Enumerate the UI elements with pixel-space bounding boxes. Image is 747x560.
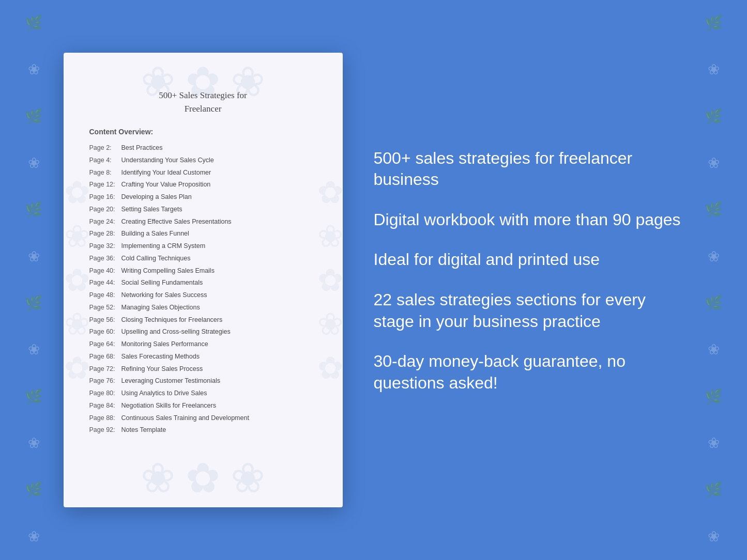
toc-page-number: Page 68: bbox=[89, 351, 121, 363]
toc-page-title: Building a Sales Funnel bbox=[121, 230, 189, 237]
toc-page-title: Managing Sales Objections bbox=[121, 304, 200, 311]
floral-decoration: 🌿 bbox=[705, 483, 723, 497]
toc-page-number: Page 16: bbox=[89, 191, 121, 204]
toc-page-number: Page 56: bbox=[89, 314, 121, 326]
floral-decoration: 🌿 bbox=[25, 390, 43, 404]
toc-page-title: Implementing a CRM System bbox=[121, 242, 206, 250]
floral-decoration: 🌿 bbox=[25, 110, 43, 124]
toc-page-title: Refining Your Sales Process bbox=[121, 365, 203, 372]
toc-page-title: Creating Effective Sales Presentations bbox=[121, 218, 232, 225]
info-text: 30-day money-back guarantee, no question… bbox=[374, 351, 684, 394]
toc-page-number: Page 48: bbox=[89, 289, 121, 302]
toc-page-title: Identifying Your Ideal Customer bbox=[121, 169, 211, 176]
toc-item: Page 8:Identifying Your Ideal Customer bbox=[89, 167, 317, 179]
toc-page-title: Continuous Sales Training and Developmen… bbox=[121, 414, 249, 422]
toc-page-number: Page 80: bbox=[89, 387, 121, 400]
toc-page-title: Cold Calling Techniques bbox=[121, 255, 191, 262]
info-panel: 500+ sales strategies for freelancer bus… bbox=[369, 148, 684, 413]
toc-page-title: Negotiation Skills for Freelancers bbox=[121, 402, 216, 409]
toc-page-number: Page 52: bbox=[89, 302, 121, 314]
info-text: 500+ sales strategies for freelancer bus… bbox=[374, 148, 684, 191]
toc-item: Page 16:Developing a Sales Plan bbox=[89, 191, 317, 204]
toc-page-number: Page 28: bbox=[89, 228, 121, 240]
floral-decoration: ❀ bbox=[28, 530, 40, 544]
toc-item: Page 84:Negotiation Skills for Freelance… bbox=[89, 400, 317, 412]
toc-page-title: Social Selling Fundamentals bbox=[121, 279, 203, 286]
doc-title: 500+ Sales Strategies for Freelancer bbox=[89, 89, 317, 115]
toc-item: Page 32:Implementing a CRM System bbox=[89, 240, 317, 253]
floral-decoration: ❀ bbox=[708, 530, 720, 544]
toc-page-number: Page 84: bbox=[89, 400, 121, 412]
floral-decoration: 🌿 bbox=[25, 483, 43, 497]
floral-decoration: ❀ bbox=[708, 343, 720, 357]
floral-decoration: 🌿 bbox=[25, 296, 43, 310]
toc-page-number: Page 2: bbox=[89, 142, 121, 154]
toc-page-number: Page 44: bbox=[89, 277, 121, 289]
toc-page-number: Page 40: bbox=[89, 265, 121, 277]
floral-decoration: 🌿 bbox=[705, 296, 723, 310]
toc-item: Page 72:Refining Your Sales Process bbox=[89, 363, 317, 376]
toc-page-number: Page 72: bbox=[89, 363, 121, 376]
document-panel: ❀ ✿ ❀ ❀ ✿ ❀ ✿ ❀ ✿ ❀ ✿ ✿ ❀ ✿ ❀ ✿ 500+ Sal… bbox=[64, 53, 343, 507]
floral-decoration: ❀ bbox=[28, 156, 40, 170]
info-item: Digital workbook with more than 90 pages bbox=[374, 209, 684, 231]
toc-page-number: Page 76: bbox=[89, 375, 121, 387]
toc-item: Page 76:Leveraging Customer Testimonials bbox=[89, 375, 317, 387]
info-text: 22 sales strategies sections for every s… bbox=[374, 289, 684, 332]
toc-item: Page 44:Social Selling Fundamentals bbox=[89, 277, 317, 289]
toc-item: Page 92:Notes Template bbox=[89, 424, 317, 437]
toc-item: Page 24:Creating Effective Sales Present… bbox=[89, 216, 317, 228]
main-layout: ❀ ✿ ❀ ❀ ✿ ❀ ✿ ❀ ✿ ❀ ✿ ✿ ❀ ✿ ❀ ✿ 500+ Sal… bbox=[64, 53, 684, 507]
floral-decoration: ❀ bbox=[708, 63, 720, 77]
floral-decoration: 🌿 bbox=[25, 203, 43, 217]
info-text: Digital workbook with more than 90 pages bbox=[374, 209, 684, 231]
toc-item: Page 20:Setting Sales Targets bbox=[89, 204, 317, 216]
toc-page-number: Page 60: bbox=[89, 326, 121, 338]
toc-list: Page 2:Best PracticesPage 4:Understandin… bbox=[89, 142, 317, 437]
toc-page-title: Using Analytics to Drive Sales bbox=[121, 390, 207, 397]
toc-item: Page 68:Sales Forecasting Methods bbox=[89, 351, 317, 363]
floral-decoration: ❀ bbox=[28, 250, 40, 264]
floral-decoration: 🌿 bbox=[705, 16, 723, 30]
toc-item: Page 64:Monitoring Sales Performance bbox=[89, 338, 317, 351]
toc-page-number: Page 92: bbox=[89, 424, 121, 437]
toc-page-number: Page 12: bbox=[89, 179, 121, 191]
toc-page-number: Page 32: bbox=[89, 240, 121, 253]
floral-decoration: 🌿 bbox=[705, 390, 723, 404]
info-text: Ideal for digital and printed use bbox=[374, 249, 684, 271]
toc-page-number: Page 20: bbox=[89, 204, 121, 216]
toc-item: Page 28:Building a Sales Funnel bbox=[89, 228, 317, 240]
toc-page-title: Sales Forecasting Methods bbox=[121, 353, 200, 360]
toc-item: Page 88:Continuous Sales Training and De… bbox=[89, 412, 317, 425]
floral-decoration: 🌿 bbox=[705, 203, 723, 217]
floral-decoration: ❀ bbox=[708, 250, 720, 264]
toc-item: Page 4:Understanding Your Sales Cycle bbox=[89, 154, 317, 167]
toc-page-title: Developing a Sales Plan bbox=[121, 193, 192, 200]
toc-item: Page 2:Best Practices bbox=[89, 142, 317, 154]
toc-item: Page 12:Crafting Your Value Proposition bbox=[89, 179, 317, 191]
doc-watermark-bottom: ❀ ✿ ❀ bbox=[141, 454, 265, 502]
floral-decoration: ❀ bbox=[708, 436, 720, 450]
toc-item: Page 40:Writing Compelling Sales Emails bbox=[89, 265, 317, 277]
toc-item: Page 48:Networking for Sales Success bbox=[89, 289, 317, 302]
toc-page-title: Setting Sales Targets bbox=[121, 206, 182, 213]
toc-page-title: Closing Techniques for Freelancers bbox=[121, 316, 223, 323]
toc-page-title: Best Practices bbox=[121, 144, 163, 151]
floral-decoration: ❀ bbox=[28, 63, 40, 77]
toc-page-number: Page 24: bbox=[89, 216, 121, 228]
floral-border-left: 🌿 ❀ 🌿 ❀ 🌿 ❀ 🌿 ❀ 🌿 ❀ 🌿 ❀ bbox=[0, 0, 67, 560]
toc-page-number: Page 4: bbox=[89, 154, 121, 167]
info-item: 30-day money-back guarantee, no question… bbox=[374, 351, 684, 394]
floral-decoration: 🌿 bbox=[25, 16, 43, 30]
floral-decoration: ❀ bbox=[28, 436, 40, 450]
toc-item: Page 36:Cold Calling Techniques bbox=[89, 253, 317, 265]
toc-page-number: Page 36: bbox=[89, 253, 121, 265]
toc-item: Page 52:Managing Sales Objections bbox=[89, 302, 317, 314]
toc-page-number: Page 64: bbox=[89, 338, 121, 351]
info-item: 22 sales strategies sections for every s… bbox=[374, 289, 684, 332]
toc-page-title: Writing Compelling Sales Emails bbox=[121, 267, 215, 274]
toc-page-title: Networking for Sales Success bbox=[121, 291, 207, 299]
info-item: 500+ sales strategies for freelancer bus… bbox=[374, 148, 684, 191]
toc-page-number: Page 88: bbox=[89, 412, 121, 425]
toc-item: Page 60:Upselling and Cross-selling Stra… bbox=[89, 326, 317, 338]
